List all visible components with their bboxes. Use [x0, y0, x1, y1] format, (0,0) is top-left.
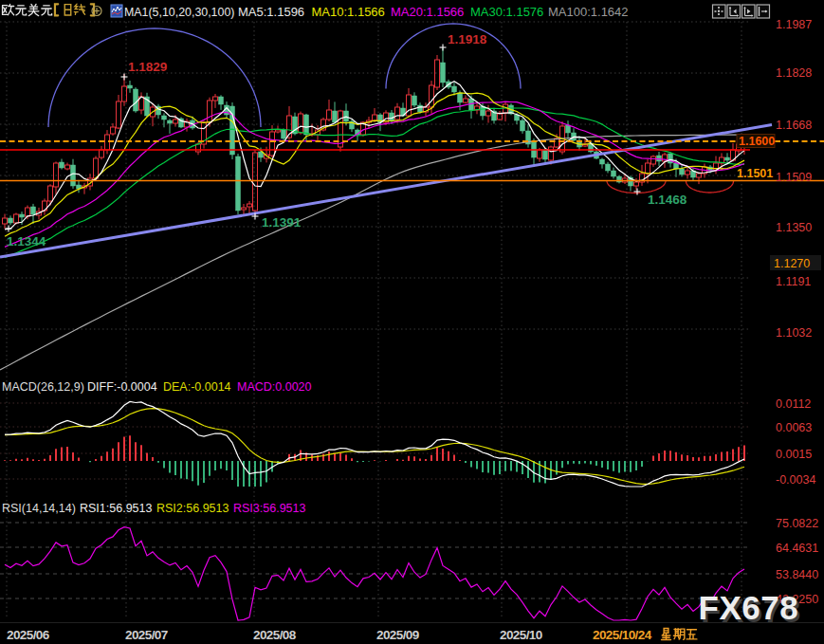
svg-text:1.1668: 1.1668 — [776, 119, 812, 132]
svg-text:1.1829: 1.1829 — [128, 60, 167, 74]
svg-text:1.1600: 1.1600 — [739, 135, 775, 148]
svg-text:1.1987: 1.1987 — [776, 18, 812, 31]
svg-text:1.1468: 1.1468 — [648, 193, 687, 207]
svg-text:0.0015: 0.0015 — [776, 448, 812, 461]
svg-text:2025/06: 2025/06 — [7, 628, 50, 642]
svg-text:RSI1:56.9513: RSI1:56.9513 — [80, 502, 152, 515]
svg-text:2025/07: 2025/07 — [125, 628, 168, 642]
svg-text:MA20:1.1566: MA20:1.1566 — [391, 5, 464, 19]
svg-text:MA100:1.1642: MA100:1.1642 — [548, 5, 629, 19]
svg-text:75.0822: 75.0822 — [776, 517, 818, 530]
svg-text:MA10:1.1566: MA10:1.1566 — [312, 5, 385, 19]
svg-text:MACD(26,12,9): MACD(26,12,9) — [2, 380, 84, 394]
svg-text:MA30:1.1576: MA30:1.1576 — [470, 5, 543, 19]
svg-text:MACD:0.0020: MACD:0.0020 — [237, 380, 312, 394]
svg-text:RSI2:56.9513: RSI2:56.9513 — [156, 502, 229, 515]
svg-text:2025/10: 2025/10 — [500, 628, 542, 642]
svg-text:2025/08: 2025/08 — [253, 628, 297, 642]
svg-text:MA1(5,10,20,30,100): MA1(5,10,20,30,100) — [124, 6, 234, 19]
svg-text:2025/09: 2025/09 — [376, 628, 419, 642]
svg-text:0.0112: 0.0112 — [776, 397, 811, 411]
svg-text:FX678: FX678 — [699, 589, 799, 626]
svg-text:1.1509: 1.1509 — [776, 171, 812, 184]
svg-text:DEA:-0.0014: DEA:-0.0014 — [163, 380, 231, 394]
svg-text:1.1350: 1.1350 — [776, 221, 812, 234]
svg-text:1.1828: 1.1828 — [776, 66, 812, 80]
svg-text:RSI(14,14,14): RSI(14,14,14) — [2, 502, 76, 515]
svg-text:DIFF:-0.0004: DIFF:-0.0004 — [87, 380, 157, 394]
svg-text:MA5:1.1596: MA5:1.1596 — [238, 5, 304, 19]
svg-text:1.1918: 1.1918 — [448, 32, 487, 46]
svg-text:1.1344: 1.1344 — [7, 234, 46, 248]
svg-text:1.1391: 1.1391 — [262, 215, 302, 230]
svg-text:-0.0034: -0.0034 — [776, 473, 815, 487]
svg-text:1.1270: 1.1270 — [774, 257, 810, 270]
svg-text:64.4631: 64.4631 — [776, 542, 818, 555]
svg-text:RSI3:56.9513: RSI3:56.9513 — [233, 502, 305, 515]
svg-text:0.0063: 0.0063 — [776, 421, 812, 434]
svg-text:2025/10/24: 2025/10/24 — [593, 628, 652, 642]
svg-text:1.1501: 1.1501 — [737, 167, 773, 180]
svg-text:53.8440: 53.8440 — [776, 568, 818, 581]
svg-text:1.1191: 1.1191 — [776, 275, 811, 288]
svg-text:1.1032: 1.1032 — [776, 326, 812, 340]
